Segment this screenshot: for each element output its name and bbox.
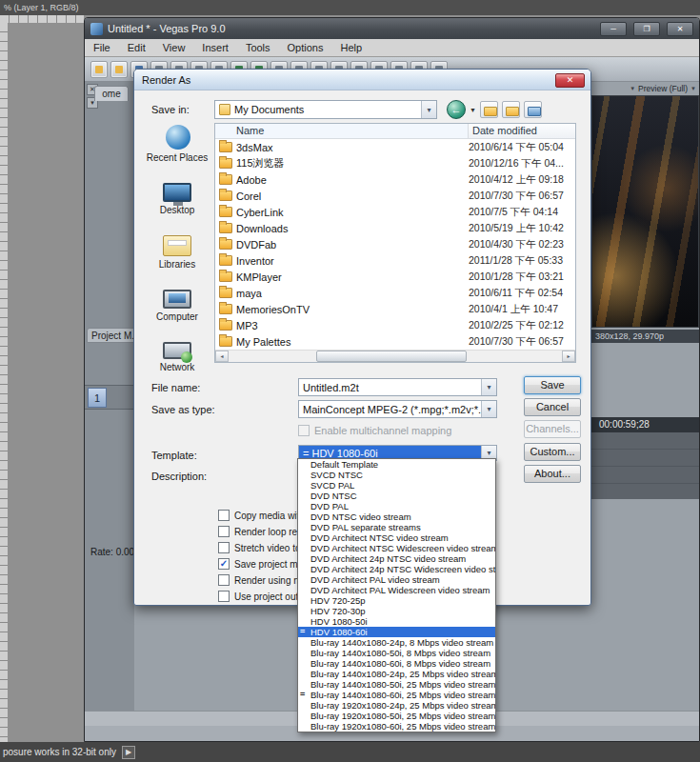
statusbar-play-icon[interactable]: ▶: [122, 746, 135, 759]
menu-options[interactable]: Options: [279, 39, 332, 57]
back-icon[interactable]: ←: [447, 100, 466, 119]
channels-button[interactable]: Channels...: [524, 420, 581, 438]
template-option[interactable]: Blu-ray 1920x1080-24p, 25 Mbps video str…: [298, 700, 495, 711]
file-name-combobox[interactable]: Untitled.m2t: [298, 378, 497, 396]
cancel-button[interactable]: Cancel: [524, 398, 581, 416]
about-button[interactable]: About...: [524, 465, 581, 483]
file-row[interactable]: 3dsMax2010/6/14 下午 05:04: [215, 139, 575, 155]
menu-insert[interactable]: Insert: [193, 39, 237, 57]
place-recent[interactable]: Recent Places: [144, 125, 210, 163]
timeline-track-row[interactable]: 1: [85, 385, 134, 410]
maximize-button[interactable]: ❐: [633, 22, 660, 36]
checkbox-icon[interactable]: [218, 574, 230, 586]
template-option[interactable]: DVD Architect PAL Widescreen video strea…: [298, 585, 495, 595]
template-option[interactable]: DVD Architect NTSC Widescreen video stre…: [298, 543, 495, 553]
scroll-left-arrow-icon[interactable]: ◂: [215, 351, 229, 362]
template-option[interactable]: DVD Architect PAL video stream: [298, 574, 495, 585]
checkbox-icon[interactable]: [218, 591, 230, 602]
template-option[interactable]: Blu-ray 1440x1080-24p, 8 Mbps video stre…: [298, 637, 495, 648]
save-button[interactable]: Save: [524, 376, 581, 394]
save-in-combobox[interactable]: My Documents: [214, 100, 437, 119]
template-option[interactable]: Blu-ray 1440x1080-50i, 8 Mbps video stre…: [298, 648, 495, 658]
scrollbar-track[interactable]: [229, 351, 562, 362]
save-as-type-combobox[interactable]: MainConcept MPEG-2 (*.mpg;*.m2v;*.m2t;*.…: [298, 400, 497, 418]
file-row[interactable]: Downloads2010/5/19 上午 10:42: [215, 220, 575, 236]
timeline-ruler[interactable]: 00:00:59;28: [591, 417, 699, 432]
menu-file[interactable]: File: [85, 39, 119, 57]
template-option[interactable]: HDV 1080-50i: [298, 616, 495, 627]
scrollbar-thumb[interactable]: [316, 351, 467, 362]
file-name-dropdown-arrow-icon[interactable]: [481, 379, 496, 395]
file-row[interactable]: My Palettes2010/7/30 下午 06:57: [215, 333, 575, 350]
file-row[interactable]: 115浏览器2010/12/16 下午 04...: [215, 155, 575, 171]
up-one-level-icon[interactable]: [480, 101, 498, 118]
template-option[interactable]: DVD Architect 24p NTSC video stream: [298, 553, 495, 564]
file-row[interactable]: MemoriesOnTV2010/4/1 上午 10:47: [215, 301, 575, 317]
menu-help[interactable]: Help: [331, 39, 370, 57]
docked-window-tab[interactable]: ome: [94, 86, 129, 101]
vegas-titlebar[interactable]: Untitled * - Vegas Pro 9.0 ─ ❐ ✕: [85, 18, 699, 39]
file-row[interactable]: Inventor2011/1/28 下午 05:33: [215, 252, 575, 269]
minimize-button[interactable]: ─: [600, 22, 627, 36]
file-row[interactable]: KMPlayer2010/1/28 下午 03:21: [215, 269, 575, 285]
template-option[interactable]: Blu-ray 1920x1080-60i, 25 Mbps video str…: [298, 721, 495, 732]
preview-quality-label[interactable]: Preview (Full): [638, 84, 688, 93]
horizontal-scrollbar[interactable]: ◂ ▸: [215, 350, 575, 362]
place-libraries[interactable]: Libraries: [144, 235, 210, 270]
new-project-icon[interactable]: [90, 61, 108, 78]
template-option[interactable]: SVCD NTSC: [298, 470, 495, 480]
template-option[interactable]: HDV 720-25p: [298, 595, 495, 606]
save-as-type-dropdown-arrow-icon[interactable]: [481, 401, 496, 417]
menu-tools[interactable]: Tools: [237, 39, 279, 57]
template-option[interactable]: Blu-ray 1440x1080-60i, 8 Mbps video stre…: [298, 658, 495, 669]
checkbox-icon[interactable]: [218, 510, 230, 521]
preview-quality-caret-icon[interactable]: ▼: [690, 86, 696, 91]
file-row[interactable]: Corel2010/7/30 下午 06:57: [215, 188, 575, 204]
back-history-caret-icon[interactable]: ▼: [470, 107, 476, 113]
file-row[interactable]: Adobe2010/4/12 上午 09:18: [215, 171, 575, 188]
template-option[interactable]: Blu-ray 1920x1080-50i, 25 Mbps video str…: [298, 711, 495, 721]
place-computer[interactable]: Computer: [144, 290, 210, 322]
save-in-dropdown-arrow-icon[interactable]: [421, 101, 436, 118]
template-option-label: DVD Architect PAL Widescreen video strea…: [310, 585, 490, 595]
menu-edit[interactable]: Edit: [119, 39, 154, 57]
checkbox-icon[interactable]: ✓: [218, 558, 230, 570]
template-option[interactable]: DVD PAL: [298, 501, 495, 511]
checkbox-icon[interactable]: [218, 542, 230, 553]
checkbox-icon[interactable]: [218, 526, 230, 537]
template-option[interactable]: Default Template: [298, 459, 495, 470]
template-option[interactable]: DVD PAL separate streams: [298, 522, 495, 532]
template-option[interactable]: =HDV 1080-60i: [298, 627, 495, 637]
file-row[interactable]: MP32010/2/25 下午 02:12: [215, 317, 575, 333]
menu-view[interactable]: View: [154, 39, 194, 57]
multichannel-checkbox-icon[interactable]: [298, 425, 310, 436]
file-row[interactable]: CyberLink2010/7/5 下午 04:14: [215, 204, 575, 220]
track-number-badge[interactable]: 1: [88, 388, 107, 408]
view-menu-icon[interactable]: [524, 101, 542, 118]
custom-button[interactable]: Custom...: [524, 443, 581, 461]
template-option[interactable]: DVD Architect 24p NTSC Widescreen video …: [298, 564, 495, 574]
file-row[interactable]: maya2010/6/11 下午 02:54: [215, 285, 575, 301]
file-row[interactable]: DVDFab2010/4/30 下午 02:23: [215, 236, 575, 252]
preview-options-caret-icon[interactable]: ▼: [630, 86, 635, 91]
close-window-button[interactable]: ✕: [667, 22, 693, 36]
template-option[interactable]: DVD NTSC video stream: [298, 511, 495, 522]
template-option[interactable]: Blu-ray 1440x1080-24p, 25 Mbps video str…: [298, 669, 495, 679]
place-desktop[interactable]: Desktop: [144, 183, 210, 215]
file-name-value[interactable]: Untitled.m2t: [299, 379, 481, 395]
template-option[interactable]: DVD Architect NTSC video stream: [298, 532, 495, 543]
template-option[interactable]: =Blu-ray 1440x1080-60i, 25 Mbps video st…: [298, 690, 495, 700]
column-header-date-modified[interactable]: Date modified: [469, 124, 575, 138]
template-option[interactable]: DVD NTSC: [298, 491, 495, 501]
place-network[interactable]: Network: [144, 342, 210, 372]
column-header-name[interactable]: Name: [215, 124, 469, 138]
timeline-area[interactable]: [591, 432, 699, 499]
new-folder-icon[interactable]: [502, 101, 520, 118]
template-option[interactable]: Blu-ray 1440x1080-50i, 25 Mbps video str…: [298, 679, 495, 690]
dialog-close-button[interactable]: ✕: [555, 73, 585, 88]
scroll-right-arrow-icon[interactable]: ▸: [562, 351, 575, 362]
template-option[interactable]: SVCD PAL: [298, 480, 495, 491]
open-project-icon[interactable]: [110, 61, 128, 78]
template-option[interactable]: HDV 720-30p: [298, 606, 495, 616]
dialog-titlebar[interactable]: Render As: [134, 70, 590, 90]
